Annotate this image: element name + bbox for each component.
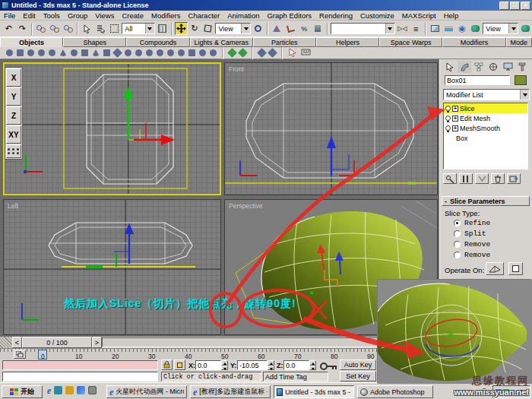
next-frame-button[interactable]: >: [92, 337, 102, 348]
outlook-quicklaunch-icon[interactable]: [54, 386, 62, 394]
radio-split[interactable]: Split: [454, 230, 486, 238]
percent-snap-icon[interactable]: %: [298, 22, 311, 35]
menu-customize[interactable]: Customize: [356, 11, 398, 20]
operate-on-polygons-button[interactable]: [508, 262, 523, 275]
menu-rendering[interactable]: Rendering: [315, 11, 356, 20]
visibility-bulb-icon[interactable]: [445, 106, 451, 111]
create-tab-icon[interactable]: [443, 61, 457, 73]
ringwave-object-icon[interactable]: [210, 49, 217, 56]
tab-shapes[interactable]: Shapes: [63, 37, 126, 47]
hierarchy-tab-icon[interactable]: [472, 61, 486, 73]
geosphere-object-icon[interactable]: [71, 49, 78, 56]
schematic-view-icon[interactable]: [442, 22, 455, 35]
y-spinner[interactable]: [268, 360, 274, 370]
align-icon[interactable]: ≡: [410, 22, 423, 35]
chevron-down-icon[interactable]: [508, 24, 518, 33]
ie-quicklaunch-icon[interactable]: e: [47, 387, 51, 394]
taskbar-window-3ds-max[interactable]: Untitled - 3ds max 5 - Sta...: [274, 385, 354, 398]
tab-helpers[interactable]: Helpers: [316, 37, 379, 47]
prism-object-icon[interactable]: [167, 49, 174, 56]
radio-icon[interactable]: [454, 220, 461, 226]
viewport-left[interactable]: Left: [3, 199, 221, 335]
add-time-tag[interactable]: Add Time Tag: [263, 372, 328, 382]
patch-grid-icon[interactable]: [227, 48, 237, 58]
maximize-button[interactable]: □: [510, 2, 520, 10]
chevron-down-icon[interactable]: [385, 24, 394, 33]
menu-graph-editors[interactable]: Graph Editors: [263, 11, 315, 20]
radio-icon[interactable]: [454, 241, 461, 248]
use-pivot-point-icon[interactable]: [252, 22, 264, 35]
auto-key-button[interactable]: Auto Key: [340, 359, 376, 370]
toolbar-grip-icon[interactable]: [6, 144, 21, 158]
remove-modifier-icon[interactable]: [491, 173, 505, 184]
tab-particles[interactable]: Particles: [253, 37, 316, 47]
display-tab-icon[interactable]: [501, 61, 515, 73]
pyramid-object-icon[interactable]: [92, 49, 100, 56]
modifier-stack-row-box[interactable]: Box: [444, 133, 527, 143]
restrict-z-button[interactable]: Z: [6, 106, 21, 125]
x-coordinate-field[interactable]: 0.0: [195, 360, 221, 370]
selection-region-icon[interactable]: [108, 22, 121, 35]
cext-object-icon[interactable]: [199, 49, 206, 56]
capsule-object-icon[interactable]: [125, 49, 131, 56]
spindle-object-icon[interactable]: [135, 49, 142, 56]
lext-object-icon[interactable]: [188, 49, 195, 56]
curve-editor-icon[interactable]: [429, 22, 442, 35]
select-by-name-icon[interactable]: [94, 22, 107, 35]
oiltank-object-icon[interactable]: [146, 49, 153, 56]
tab-space-warps[interactable]: Space Warps: [379, 37, 442, 47]
chevron-down-icon[interactable]: [241, 24, 250, 33]
set-key-button[interactable]: Set Key: [340, 371, 376, 382]
render-scene-icon[interactable]: [469, 22, 482, 35]
render-type-dropdown[interactable]: View: [483, 23, 518, 34]
make-unique-icon[interactable]: [475, 173, 489, 184]
radio-icon[interactable]: [454, 230, 461, 237]
minimize-button[interactable]: _: [499, 2, 509, 10]
expand-icon[interactable]: +: [452, 125, 458, 131]
undo-icon[interactable]: ↶: [2, 22, 15, 35]
viewport-front[interactable]: Front: [224, 62, 438, 195]
menu-edit[interactable]: Edit: [19, 11, 39, 20]
menu-tools[interactable]: Tools: [40, 11, 64, 20]
expand-icon[interactable]: +: [452, 116, 458, 122]
menu-help[interactable]: Help: [440, 11, 463, 20]
pin-stack-icon[interactable]: [443, 173, 457, 184]
taskbar-window-photoshop[interactable]: Adobe Photoshop: [357, 385, 433, 398]
tab-compounds[interactable]: Compounds: [126, 37, 189, 47]
edit-keyboard-icon[interactable]: [301, 48, 311, 58]
z-coordinate-field[interactable]: 0.0: [283, 360, 309, 370]
modifier-stack-row-slice[interactable]: + Slice: [444, 103, 527, 113]
operate-on-faces-button[interactable]: [486, 262, 504, 275]
start-button[interactable]: 开始: [2, 385, 43, 398]
radio-icon[interactable]: [454, 252, 461, 258]
select-cursor-icon[interactable]: [288, 48, 297, 59]
chamferbox-object-icon[interactable]: [112, 48, 122, 58]
cylinder-object-icon[interactable]: [27, 49, 34, 56]
close-button[interactable]: ×: [521, 2, 530, 10]
sphere-object-icon[interactable]: [6, 49, 13, 56]
cone-object-icon[interactable]: [59, 49, 67, 56]
menu-maxscript[interactable]: MAXScript: [398, 11, 440, 20]
radio-refine[interactable]: Refine: [454, 219, 490, 227]
angle-snap-icon[interactable]: [284, 22, 297, 35]
maxscript-listener-field[interactable]: [2, 372, 158, 382]
tab-modifiers[interactable]: Modifiers: [442, 37, 505, 47]
select-and-link-icon[interactable]: [35, 22, 48, 35]
compound-object-icon[interactable]: [257, 48, 267, 58]
time-slider-handle[interactable]: 0 / 100: [22, 337, 92, 348]
open-mini-curve-editor-icon[interactable]: [14, 350, 26, 359]
slice-parameters-rollout-header[interactable]: - Slice Parameters: [442, 196, 530, 206]
spinner-snap-icon[interactable]: [312, 22, 325, 35]
chevron-down-icon[interactable]: [520, 90, 529, 100]
modifier-stack-row-meshsmooth[interactable]: + MeshSmooth: [444, 123, 527, 133]
media-player-quicklaunch-icon[interactable]: [77, 386, 85, 394]
nurbs-surface-icon[interactable]: [238, 48, 248, 58]
track-bar[interactable]: 0 10 20 30 40 50 60 70 80 90: [0, 348, 439, 359]
torus-object-icon[interactable]: [38, 49, 45, 56]
restrict-x-button[interactable]: X: [6, 68, 21, 87]
show-desktop-quicklaunch-icon[interactable]: [88, 386, 97, 394]
menu-group[interactable]: Group: [64, 11, 91, 20]
window-crossing-icon[interactable]: [156, 22, 169, 35]
restrict-xy-plane-button[interactable]: XY: [6, 125, 21, 144]
taskbar-window-2[interactable]: e [教程]多边形建造鼠标 -...: [190, 385, 271, 398]
